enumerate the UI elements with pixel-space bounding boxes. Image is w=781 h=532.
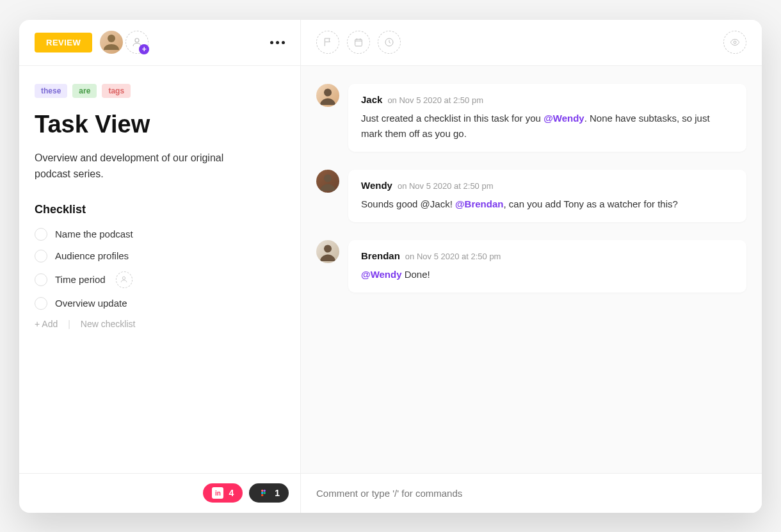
task-title[interactable]: Task View [35,111,285,138]
comment-bubble: Wendyon Nov 5 2020 at 2:50 pmSounds good… [348,170,746,222]
checkbox[interactable] [35,273,47,286]
flag-button[interactable] [316,31,339,54]
svg-point-1 [135,38,139,42]
checklist-item-label: Name the podcast [55,229,133,239]
watch-button[interactable] [723,31,746,54]
svg-point-4 [264,490,266,492]
checklist-item[interactable]: Overview update [35,297,285,310]
svg-point-11 [324,88,332,96]
figma-icon [258,487,270,499]
comment-author: Wendy [361,180,392,191]
svg-point-13 [324,245,332,252]
comment-avatar[interactable] [316,170,339,193]
comment-date: on Nov 5 2020 at 2:50 pm [387,95,483,105]
svg-point-6 [264,492,266,494]
assign-button[interactable] [116,271,133,288]
comment: Jackon Nov 5 2020 at 2:50 pmJust created… [316,84,746,152]
left-panel: REVIEW + thesearetags Task View Overview… [19,20,301,513]
invision-icon: in [212,487,223,499]
svg-point-10 [734,41,736,44]
task-content: thesearetags Task View Overview and deve… [19,66,300,473]
svg-rect-8 [355,39,362,46]
tag[interactable]: these [35,84,67,98]
svg-point-12 [324,174,332,182]
comment-text: Sounds good @Jack! @Brendan, can you add… [361,197,734,212]
date-button[interactable] [347,31,370,54]
checklist-item[interactable]: Time period [35,271,285,288]
comment: Brendanon Nov 5 2020 at 2:50 pm@Wendy Do… [316,240,746,293]
comment: Wendyon Nov 5 2020 at 2:50 pmSounds good… [316,170,746,222]
comment-text: @Wendy Done! [361,267,734,282]
mention[interactable]: @Wendy [361,269,402,280]
figma-count: 1 [275,488,280,498]
mention[interactable]: @Brendan [455,198,503,209]
svg-point-3 [261,490,264,492]
new-checklist-button[interactable]: New checklist [81,319,136,329]
header-left: REVIEW + [19,20,300,66]
checkbox[interactable] [35,297,47,310]
mention[interactable]: @Wendy [543,113,584,124]
comment-date: on Nov 5 2020 at 2:50 pm [405,252,501,261]
footer-left: in 4 1 [19,473,300,513]
right-panel: Jackon Nov 5 2020 at 2:50 pmJust created… [301,20,762,513]
assignee-avatar[interactable] [100,31,123,54]
header-right [301,20,762,66]
plus-icon: + [139,44,149,54]
add-checklist-item[interactable]: + Add [35,319,58,329]
add-assignee-button[interactable]: + [125,31,149,54]
comment-bubble: Jackon Nov 5 2020 at 2:50 pmJust created… [348,84,746,152]
comment-bubble: Brendanon Nov 5 2020 at 2:50 pm@Wendy Do… [348,240,746,293]
task-window: REVIEW + thesearetags Task View Overview… [19,20,762,513]
invision-pill[interactable]: in 4 [203,483,243,503]
checklist-item[interactable]: Audience profiles [35,250,285,262]
status-badge[interactable]: REVIEW [35,33,92,52]
checklist-actions: + Add | New checklist [35,319,285,329]
comment-text: Just created a checklist in this task fo… [361,111,734,141]
comment-date: on Nov 5 2020 at 2:50 pm [398,181,494,191]
divider: | [68,319,70,329]
comment-avatar[interactable] [316,240,339,263]
checklist-item-label: Time period [55,274,106,285]
checklist-heading: Checklist [35,203,285,216]
checklist-item[interactable]: Name the podcast [35,228,285,241]
comment-input[interactable] [316,488,746,499]
checkbox[interactable] [35,250,47,262]
svg-point-2 [122,277,125,279]
invision-count: 4 [229,488,234,498]
svg-point-5 [261,492,264,494]
comment-footer [301,473,762,513]
checklist-item-label: Overview update [55,298,127,309]
figma-pill[interactable]: 1 [249,483,289,503]
time-button[interactable] [378,31,401,54]
comments-list: Jackon Nov 5 2020 at 2:50 pmJust created… [301,66,762,473]
task-description[interactable]: Overview and development of our original… [35,150,239,182]
svg-point-7 [261,494,264,497]
checklist-item-label: Audience profiles [55,250,129,261]
tag[interactable]: tags [102,84,131,98]
svg-point-0 [108,35,115,42]
tags-row: thesearetags [35,84,285,98]
tag[interactable]: are [72,84,97,98]
checkbox[interactable] [35,228,47,241]
comment-avatar[interactable] [316,84,339,107]
more-menu-button[interactable] [270,41,285,44]
comment-author: Brendan [361,250,400,261]
comment-author: Jack [361,94,382,105]
